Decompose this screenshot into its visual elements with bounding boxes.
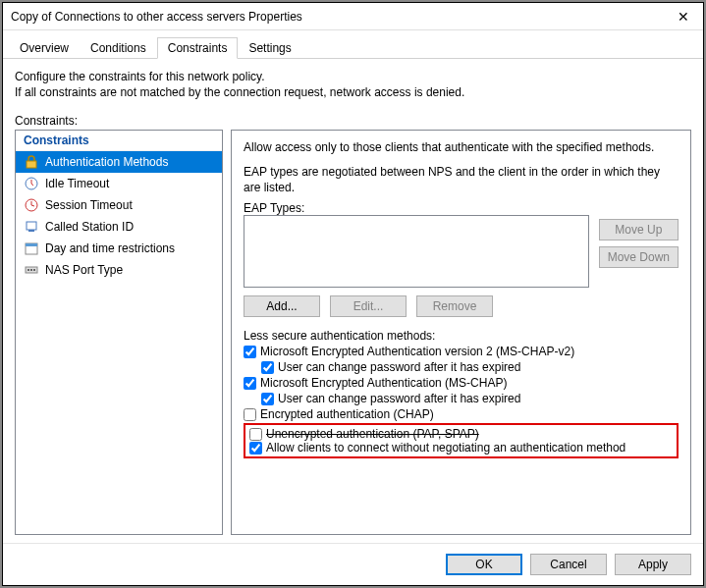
mschap2-exp-label: User can change password after it has ex… <box>278 360 520 374</box>
chk-mschap[interactable]: Microsoft Encrypted Authentication (MS-C… <box>244 376 679 390</box>
constraint-panel: Allow access only to those clients that … <box>231 130 691 535</box>
mschap-label: Microsoft Encrypted Authentication (MS-C… <box>260 376 507 390</box>
pap-label: Unencrypted authentication (PAP, SPAP) <box>266 427 479 441</box>
constraints-list: Constraints Authentication Methods Idle … <box>15 130 223 535</box>
station-icon <box>24 219 39 235</box>
svg-rect-0 <box>27 161 36 168</box>
svg-rect-10 <box>33 269 35 271</box>
mschap-exp-label: User can change password after it has ex… <box>278 392 520 405</box>
svg-rect-8 <box>27 269 29 271</box>
sidebar-item-label: Called Station ID <box>45 220 134 234</box>
port-icon <box>24 262 39 278</box>
sidebar-item-label: Session Timeout <box>45 198 133 212</box>
eap-note: EAP types are negotiated between NPS and… <box>244 164 679 195</box>
mschap2-checkbox[interactable] <box>244 346 256 358</box>
panel-desc: Allow access only to those clients that … <box>244 140 679 154</box>
tab-strip: Overview Conditions Constraints Settings <box>3 30 703 59</box>
chk-mschap2[interactable]: Microsoft Encrypted Authentication versi… <box>244 345 679 358</box>
intro-line-1: Configure the constraints for this netwo… <box>15 69 691 84</box>
sidebar-item-label: Authentication Methods <box>45 155 168 169</box>
tab-constraints[interactable]: Constraints <box>157 37 239 59</box>
tab-settings[interactable]: Settings <box>238 37 301 59</box>
close-icon: ✕ <box>678 9 689 25</box>
mschap-exp-checkbox[interactable] <box>261 393 274 405</box>
eap-types-list[interactable] <box>244 215 589 288</box>
add-button[interactable]: Add... <box>244 295 320 317</box>
lock-icon <box>24 154 39 170</box>
sidebar-item-label: Idle Timeout <box>45 177 109 190</box>
titlebar: Copy of Connections to other access serv… <box>3 3 703 30</box>
eap-types-label: EAP Types: <box>244 201 679 215</box>
allow-no-auth-label: Allow clients to connect without negotia… <box>266 441 625 454</box>
sidebar-item-session-timeout[interactable]: Session Timeout <box>16 194 222 216</box>
cancel-button[interactable]: Cancel <box>530 554 607 575</box>
intro-line-2: If all constraints are not matched by th… <box>15 84 691 100</box>
calendar-icon <box>24 241 39 256</box>
mschap2-label: Microsoft Encrypted Authentication versi… <box>260 345 574 358</box>
chk-allow-no-auth[interactable]: Allow clients to connect without negotia… <box>249 441 673 454</box>
svg-rect-6 <box>26 243 37 246</box>
tab-overview[interactable]: Overview <box>9 37 80 59</box>
pap-checkbox[interactable] <box>249 428 262 441</box>
properties-dialog: Copy of Connections to other access serv… <box>2 2 704 586</box>
clock-icon <box>24 176 39 191</box>
svg-rect-4 <box>28 230 34 232</box>
move-up-button[interactable]: Move Up <box>599 219 679 241</box>
dialog-footer: OK Cancel Apply <box>3 543 703 585</box>
edit-button[interactable]: Edit... <box>330 295 407 317</box>
close-button[interactable]: ✕ <box>664 3 703 30</box>
move-down-button[interactable]: Move Down <box>599 246 679 268</box>
allow-no-auth-checkbox[interactable] <box>249 442 262 454</box>
clock-red-icon <box>24 197 39 213</box>
chk-mschap-exp[interactable]: User can change password after it has ex… <box>244 392 679 405</box>
intro-text: Configure the constraints for this netwo… <box>15 69 691 100</box>
remove-button[interactable]: Remove <box>416 295 493 317</box>
tab-conditions[interactable]: Conditions <box>80 37 157 59</box>
window-title: Copy of Connections to other access serv… <box>11 10 664 24</box>
chap-label: Encrypted authentication (CHAP) <box>260 407 434 421</box>
sidebar-item-nas-port[interactable]: NAS Port Type <box>16 259 222 281</box>
sidebar-item-day-time[interactable]: Day and time restrictions <box>16 238 222 259</box>
sidebar-item-idle-timeout[interactable]: Idle Timeout <box>16 173 222 194</box>
sidebar-item-called-station[interactable]: Called Station ID <box>16 216 222 238</box>
chap-checkbox[interactable] <box>244 408 256 421</box>
tab-body: Configure the constraints for this netwo… <box>3 59 703 543</box>
mschap-checkbox[interactable] <box>244 377 256 390</box>
sidebar-item-label: Day and time restrictions <box>45 241 175 255</box>
mschap2-exp-checkbox[interactable] <box>261 361 274 374</box>
chk-mschap2-exp[interactable]: User can change password after it has ex… <box>244 360 679 374</box>
sidebar-item-label: NAS Port Type <box>45 263 123 277</box>
less-secure-label: Less secure authentication methods: <box>244 329 679 343</box>
svg-rect-9 <box>30 269 32 271</box>
ok-button[interactable]: OK <box>446 554 522 575</box>
sidebar-item-auth-methods[interactable]: Authentication Methods <box>16 151 222 173</box>
highlight-box: Unencrypted authentication (PAP, SPAP) A… <box>244 423 679 458</box>
chk-pap[interactable]: Unencrypted authentication (PAP, SPAP) <box>249 427 673 441</box>
constraints-heading: Constraints <box>16 131 222 151</box>
chk-chap[interactable]: Encrypted authentication (CHAP) <box>244 407 679 421</box>
apply-button[interactable]: Apply <box>615 554 691 575</box>
constraints-label: Constraints: <box>15 114 691 128</box>
svg-rect-3 <box>27 222 36 230</box>
